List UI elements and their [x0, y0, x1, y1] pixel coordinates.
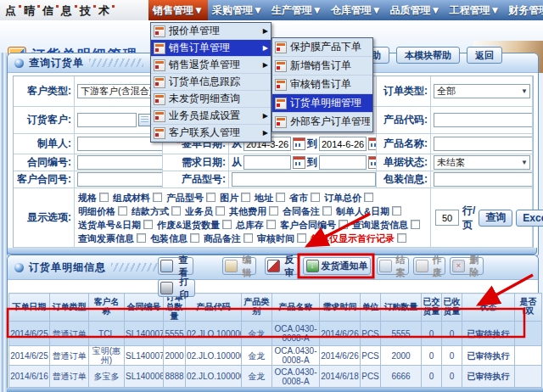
dropdown-item[interactable]: 客户联系人管理▶ — [151, 125, 271, 142]
checkbox[interactable] — [392, 206, 401, 216]
checkbox[interactable] — [143, 220, 153, 229]
close-case-button[interactable]: 结案 — [377, 257, 409, 275]
table-cell — [515, 346, 542, 366]
customer-picker-icon[interactable] — [138, 114, 151, 126]
checkbox[interactable] — [153, 193, 162, 202]
doc-status-cell: 未结案 ▼ — [431, 154, 533, 171]
calendar-icon[interactable] — [293, 137, 305, 150]
submenu-item-label: 外部客户订单管理 — [290, 115, 370, 129]
checkbox[interactable] — [297, 233, 306, 243]
dropdown-item-label: 业务员提成设置 — [169, 109, 240, 123]
display-option: 地址 — [255, 193, 285, 203]
packing-info-input[interactable] — [434, 172, 533, 187]
checkbox[interactable] — [190, 233, 199, 243]
packing-info-cell — [431, 171, 533, 188]
doc-status-select[interactable]: 未结案 ▼ — [434, 155, 530, 170]
checkbox[interactable] — [276, 193, 285, 202]
menu-item-icon — [275, 116, 287, 128]
table-cell: 已审待执行 — [462, 346, 515, 366]
checkbox[interactable] — [241, 193, 250, 202]
menubar-item[interactable]: 工程管理▼ — [445, 0, 504, 20]
toolbar-button-label: 结案 — [395, 254, 406, 279]
checkbox[interactable] — [206, 193, 216, 202]
unaudit-button[interactable]: 反审 — [265, 257, 299, 275]
submenu-item[interactable]: 审核销售订单 — [272, 76, 372, 94]
checkbox[interactable] — [266, 220, 276, 229]
page-size-input[interactable] — [435, 210, 459, 226]
void-button[interactable]: 作废 — [413, 257, 445, 275]
checkbox[interactable] — [411, 220, 420, 229]
table-cell: 2014/6/16 — [9, 366, 50, 388]
submenu-item[interactable]: 外部客户订单管理 — [272, 113, 372, 132]
submenu-item[interactable]: 保护膜产品下单 — [272, 38, 372, 57]
display-option-label: 客户合同编号 — [280, 220, 336, 230]
top-bar: 点晴信息技术 销售管理▼采购管理▼生产管理▼仓库管理▼品质管理▼工程管理▼财务管… — [0, 0, 543, 20]
column-header: 订单类型 — [50, 294, 89, 322]
table-row[interactable]: 2014/6/25普通订单TCLSL1400074555502.JLO.1000… — [9, 322, 542, 346]
customer-contract-no-input[interactable] — [77, 172, 163, 187]
dropdown-item[interactable]: 销售订单管理▶ — [151, 40, 271, 57]
table-row[interactable]: 2014/6/16普通订单多宝多SL1400069888802.JLO.1000… — [9, 366, 542, 388]
table-cell: 02.JLO.1000005 — [186, 346, 242, 366]
delivery-notice-button[interactable]: ↓发货通知单 — [303, 257, 371, 275]
menubar-item[interactable]: 采购管理▼ — [208, 0, 267, 20]
print-button[interactable]: 打印 — [158, 279, 195, 297]
checkbox[interactable] — [244, 233, 253, 243]
checkbox[interactable] — [311, 193, 320, 202]
submenu-arrow-icon: ▶ — [263, 61, 268, 69]
checkbox[interactable] — [171, 206, 181, 216]
dropdown-item[interactable]: 订货单信息跟踪 — [151, 74, 271, 91]
view-button[interactable]: 查看 — [158, 257, 193, 275]
checkbox[interactable] — [137, 233, 146, 243]
table-row[interactable]: 2014/6/25普通订单宝明(惠州)SL1400073200002.JLO.1… — [9, 346, 542, 366]
product-code-input[interactable] — [434, 113, 533, 127]
submenu-item[interactable]: 新增销售订单 — [272, 57, 372, 76]
calendar-icon[interactable] — [368, 137, 377, 150]
edit-button[interactable]: 编辑 — [222, 257, 256, 275]
checkbox[interactable] — [397, 233, 406, 243]
dropdown-item[interactable]: 报价单管理▶ — [151, 23, 271, 40]
display-option: 作废&退货数量 — [157, 220, 232, 230]
checkbox[interactable] — [99, 193, 109, 202]
table-cell: 8888 — [164, 366, 186, 388]
demand-date-from-input[interactable] — [244, 155, 291, 170]
search-button[interactable]: 查询 — [479, 210, 512, 227]
menubar-item[interactable]: 仓库管理▼ — [327, 0, 386, 20]
calendar-icon[interactable] — [293, 156, 305, 169]
table-cell: SL1400074 — [125, 322, 164, 346]
checkbox[interactable] — [118, 206, 127, 216]
contract-no-input[interactable] — [77, 155, 163, 170]
menubar-item[interactable]: 财务管理▼ — [504, 0, 543, 20]
sign-date-to-input[interactable] — [319, 137, 367, 151]
submenu-item-label: 审核销售订单 — [290, 77, 351, 92]
checkbox[interactable] — [364, 193, 373, 202]
menubar-item[interactable]: 品质管理▼ — [386, 0, 445, 20]
module-help-button[interactable]: 本模块帮助 — [396, 47, 460, 64]
excel-export-button[interactable]: Excel — [516, 210, 543, 227]
checkbox[interactable] — [216, 206, 225, 216]
checkbox[interactable] — [222, 220, 232, 229]
submenu-item[interactable]: 订货单明细管理 — [272, 94, 372, 113]
display-option-label: 结款方式 — [132, 206, 169, 216]
dropdown-item-label: 销售订单管理 — [169, 41, 230, 55]
display-option: 明细价格 — [78, 206, 127, 216]
checkbox[interactable] — [269, 206, 278, 216]
product-model-input[interactable] — [232, 172, 376, 187]
query-controls: 行/页 查询 Excel — [431, 188, 533, 248]
checkbox[interactable] — [339, 220, 348, 229]
bottom-scroll-strip[interactable] — [7, 388, 543, 392]
dropdown-item[interactable]: 未发货明细查询 — [151, 91, 271, 108]
display-option-label: 制单人&日期 — [336, 206, 389, 216]
back-button[interactable]: 返回 — [467, 47, 502, 64]
calendar-icon[interactable] — [368, 156, 377, 169]
order-type-select[interactable]: 全部 ▼ — [434, 84, 530, 98]
demand-date-to-input[interactable] — [319, 155, 367, 170]
menubar-item[interactable]: 销售管理▼ — [148, 0, 208, 20]
dropdown-item[interactable]: 销售退货单管理▶ — [151, 57, 271, 74]
menubar-item[interactable]: 生产管理▼ — [267, 0, 327, 20]
checkbox[interactable] — [322, 206, 332, 216]
order-customer-input[interactable] — [77, 113, 137, 127]
dropdown-item[interactable]: 业务员提成设置▶ — [151, 108, 271, 125]
delete-button[interactable]: ×删除 — [450, 257, 484, 275]
product-name-input[interactable] — [434, 137, 533, 151]
